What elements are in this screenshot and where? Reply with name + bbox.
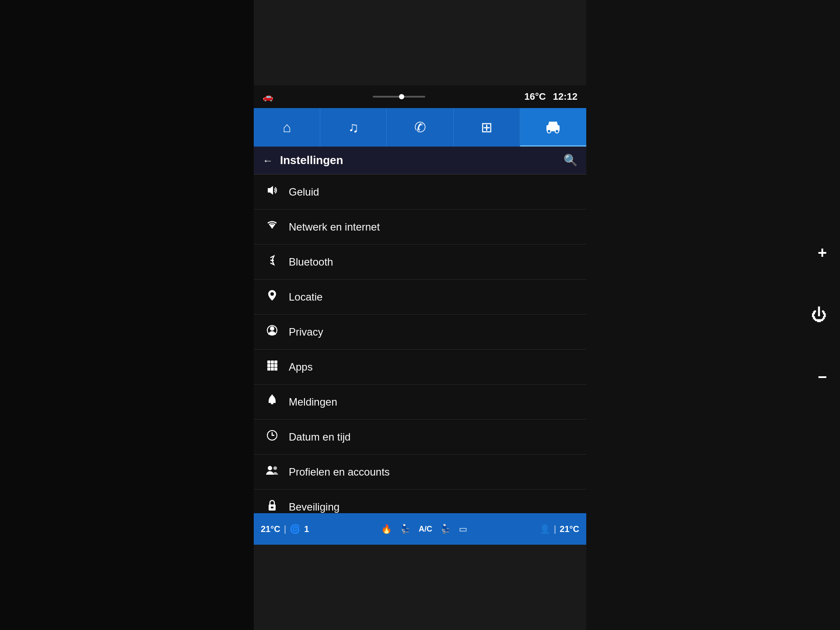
volume-down-button[interactable]: − bbox=[818, 368, 827, 386]
geluid-item[interactable]: Geluid bbox=[254, 175, 586, 210]
notification-icon bbox=[264, 394, 280, 410]
brightness-slider[interactable] bbox=[273, 96, 525, 98]
location-icon bbox=[264, 289, 280, 304]
page-header: ← Instellingen 🔍 bbox=[254, 147, 586, 175]
settings-menu: Geluid Netwerk en internet bbox=[254, 175, 586, 513]
svg-point-8 bbox=[270, 327, 274, 330]
beveiliging-item[interactable]: Beveiliging bbox=[254, 490, 586, 513]
locatie-label: Locatie bbox=[289, 291, 322, 303]
svg-point-3 bbox=[555, 130, 559, 133]
svg-rect-11 bbox=[274, 360, 277, 364]
bluetooth-item[interactable]: Bluetooth bbox=[254, 245, 586, 280]
status-bar: 🚗 16°C 12:12 bbox=[254, 85, 586, 108]
svg-marker-4 bbox=[268, 186, 273, 195]
wifi-icon bbox=[264, 219, 280, 234]
music-nav-item[interactable]: ♫ bbox=[320, 108, 387, 147]
profielen-item[interactable]: Profielen en accounts bbox=[254, 455, 586, 490]
beveiliging-label: Beveiliging bbox=[289, 501, 340, 513]
privacy-label: Privacy bbox=[289, 326, 323, 338]
locatie-item[interactable]: Locatie bbox=[254, 280, 586, 315]
datum-label: Datum en tijd bbox=[289, 431, 350, 443]
svg-rect-15 bbox=[267, 368, 270, 371]
divider-2: | bbox=[554, 524, 556, 534]
apps-label: Apps bbox=[289, 361, 313, 373]
main-screen: 🚗 16°C 12:12 ⌂ ♫ ✆ ⊞ bbox=[254, 85, 586, 545]
climate-bar: 21°C | 🌀 1 🔥 💺 A/C 💺 ▭ 👤 | 21°C bbox=[254, 513, 586, 545]
volume-up-button[interactable]: + bbox=[818, 244, 827, 262]
seat-heat-right-icon[interactable]: 💺 bbox=[440, 524, 451, 534]
phone-nav-item[interactable]: ✆ bbox=[387, 108, 453, 147]
fan-icon: 🌀 bbox=[290, 524, 301, 534]
svg-rect-16 bbox=[271, 368, 274, 371]
apps-nav-item[interactable]: ⊞ bbox=[454, 108, 520, 147]
seat-heat-front-icon[interactable]: 🔥 bbox=[381, 524, 392, 534]
search-button[interactable]: 🔍 bbox=[564, 154, 578, 167]
svg-rect-12 bbox=[267, 364, 270, 367]
music-icon: ♫ bbox=[348, 119, 359, 136]
meldingen-label: Meldingen bbox=[289, 396, 337, 408]
temperature-display: 16°C bbox=[525, 91, 546, 102]
bluetooth-label: Bluetooth bbox=[289, 256, 333, 268]
back-button[interactable]: ← bbox=[262, 154, 273, 167]
svg-point-21 bbox=[268, 466, 272, 470]
nav-bar: ⌂ ♫ ✆ ⊞ bbox=[254, 108, 586, 147]
svg-marker-5 bbox=[269, 224, 275, 229]
sound-icon bbox=[264, 184, 280, 200]
privacy-icon bbox=[264, 324, 280, 340]
divider-1: | bbox=[284, 524, 287, 534]
seat-heat-icon[interactable]: 💺 bbox=[400, 524, 411, 534]
geluid-label: Geluid bbox=[289, 186, 319, 198]
driver-icon: 👤 bbox=[539, 524, 550, 534]
profiles-icon bbox=[264, 464, 280, 480]
ac-button[interactable]: A/C bbox=[419, 525, 432, 534]
fan-level: 1 bbox=[304, 524, 309, 534]
svg-rect-24 bbox=[271, 507, 273, 508]
car-icon bbox=[545, 120, 561, 134]
meldingen-item[interactable]: Meldingen bbox=[254, 385, 586, 420]
svg-marker-1 bbox=[548, 122, 558, 125]
svg-rect-14 bbox=[274, 364, 277, 367]
clock-icon bbox=[264, 429, 280, 444]
bluetooth-icon bbox=[264, 254, 280, 270]
home-icon: ⌂ bbox=[283, 119, 291, 136]
svg-rect-9 bbox=[267, 360, 270, 364]
svg-point-19 bbox=[271, 395, 273, 396]
apps-icon bbox=[264, 359, 280, 374]
rear-window-icon[interactable]: ▭ bbox=[459, 524, 467, 534]
netwerk-item[interactable]: Netwerk en internet bbox=[254, 210, 586, 245]
profielen-label: Profielen en accounts bbox=[289, 466, 390, 478]
security-icon bbox=[264, 499, 280, 513]
netwerk-label: Netwerk en internet bbox=[289, 221, 380, 233]
phone-icon: ✆ bbox=[414, 119, 426, 136]
left-temp: 21°C bbox=[261, 524, 280, 534]
datum-item[interactable]: Datum en tijd bbox=[254, 420, 586, 455]
svg-rect-18 bbox=[271, 403, 273, 404]
svg-rect-17 bbox=[274, 368, 277, 371]
apps-grid-icon: ⊞ bbox=[481, 119, 493, 136]
car-nav-item[interactable] bbox=[520, 108, 586, 147]
car-status-icon: 🚗 bbox=[262, 91, 273, 102]
page-title: Instellingen bbox=[280, 154, 343, 167]
home-nav-item[interactable]: ⌂ bbox=[254, 108, 320, 147]
apps-item[interactable]: Apps bbox=[254, 350, 586, 385]
privacy-item[interactable]: Privacy bbox=[254, 315, 586, 350]
time-display: 12:12 bbox=[553, 91, 578, 102]
svg-point-6 bbox=[270, 292, 274, 296]
power-button[interactable]: ⏻ bbox=[811, 306, 827, 324]
svg-rect-10 bbox=[271, 360, 274, 364]
right-temp: 21°C bbox=[560, 524, 579, 534]
svg-point-22 bbox=[273, 466, 277, 470]
svg-rect-13 bbox=[271, 364, 274, 367]
svg-point-2 bbox=[547, 130, 551, 133]
